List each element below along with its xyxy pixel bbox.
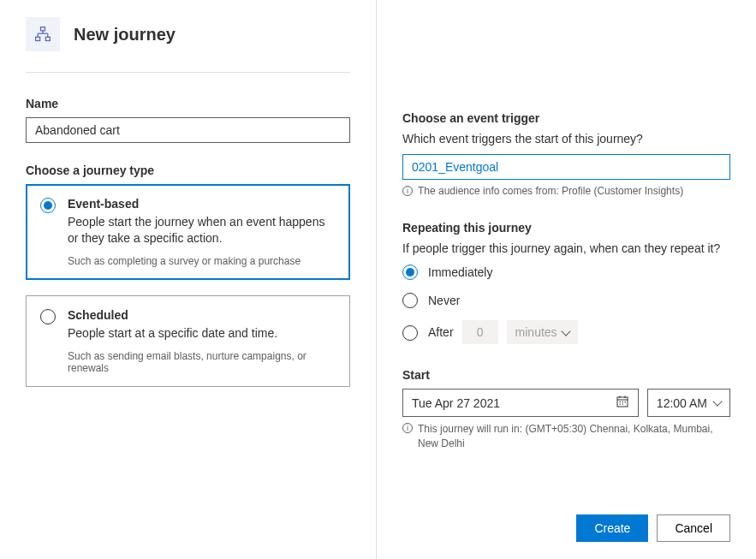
after-row: After minutes (428, 320, 578, 344)
event-based-title: Event-based (68, 197, 336, 211)
trigger-info-text: The audience info comes from: Profile (C… (418, 185, 683, 197)
calendar-icon (616, 395, 629, 411)
radio-icon (40, 309, 56, 324)
right-content: Choose an event trigger Which event trig… (402, 17, 730, 497)
repeat-after-label: After (428, 325, 454, 339)
journey-type-group: Choose a journey type Event-based People… (26, 164, 350, 387)
radio-content: Scheduled People start at a specific dat… (68, 308, 336, 374)
start-date-input[interactable]: Tue Apr 27 2021 (402, 389, 639, 417)
event-based-desc: People start the journey when an event h… (68, 214, 336, 247)
start-row: Tue Apr 27 2021 (402, 389, 730, 417)
journey-type-event-based[interactable]: Event-based People start the journey whe… (26, 184, 350, 280)
chevron-down-icon (561, 326, 570, 336)
svg-rect-2 (45, 37, 50, 40)
start-label: Start (402, 368, 730, 382)
dialog-footer: Create Cancel (402, 497, 730, 542)
svg-rect-1 (36, 37, 40, 40)
radio-content: Event-based People start the journey whe… (68, 197, 336, 267)
chevron-down-icon (712, 396, 722, 406)
name-label: Name (26, 97, 350, 110)
repeat-options: Immediately Never After minutes (402, 264, 730, 344)
trigger-label: Choose an event trigger (402, 111, 730, 125)
start-time-value: 12:00 AM (657, 396, 707, 410)
info-icon: i (402, 186, 413, 196)
repeat-group: Repeating this journey If people trigger… (402, 221, 730, 344)
right-panel: Choose an event trigger Which event trig… (377, 0, 756, 559)
trigger-sublabel: Which event triggers the start of this j… (402, 132, 730, 146)
cancel-button[interactable]: Cancel (657, 514, 730, 542)
scheduled-example: Such as sending email blasts, nurture ca… (68, 350, 336, 374)
repeat-label: Repeating this journey (402, 221, 730, 235)
radio-icon (402, 265, 418, 280)
tz-info-row: i This journey will run in: (GMT+05:30) … (402, 422, 730, 451)
journey-type-scheduled[interactable]: Scheduled People start at a specific dat… (26, 295, 350, 387)
info-icon: i (402, 423, 413, 433)
repeat-after-unit: minutes (515, 325, 557, 339)
dialog-header: New journey (26, 17, 350, 73)
start-group: Start Tue Apr 27 2021 (402, 368, 730, 451)
repeat-never-label: Never (428, 294, 460, 307)
left-panel: New journey Name Choose a journey type E… (0, 0, 377, 559)
repeat-after-unit-select[interactable]: minutes (507, 320, 578, 344)
radio-icon (402, 293, 418, 308)
name-field-group: Name (26, 97, 350, 143)
tz-info-text: This journey will run in: (GMT+05:30) Ch… (418, 422, 730, 451)
repeat-immediately-label: Immediately (428, 265, 492, 279)
repeat-never[interactable]: Never (402, 292, 730, 308)
start-date-value: Tue Apr 27 2021 (412, 396, 500, 410)
trigger-input[interactable] (402, 154, 730, 180)
radio-icon (402, 325, 418, 341)
repeat-sublabel: If people trigger this journey again, wh… (402, 241, 730, 255)
repeat-immediately[interactable]: Immediately (402, 264, 730, 280)
journey-icon (26, 17, 60, 51)
trigger-info-row: i The audience info comes from: Profile … (402, 185, 730, 197)
repeat-after[interactable]: After minutes (402, 320, 730, 344)
journey-type-label: Choose a journey type (26, 164, 350, 177)
event-trigger-group: Choose an event trigger Which event trig… (402, 111, 730, 197)
create-button[interactable]: Create (576, 514, 648, 542)
new-journey-dialog: New journey Name Choose a journey type E… (0, 0, 756, 559)
page-title: New journey (74, 25, 176, 45)
event-based-example: Such as completing a survey or making a … (68, 255, 336, 267)
repeat-after-value[interactable] (462, 320, 498, 344)
scheduled-title: Scheduled (68, 308, 336, 322)
scheduled-desc: People start at a specific date and time… (68, 325, 336, 342)
svg-rect-0 (41, 27, 45, 31)
name-input[interactable] (26, 117, 350, 143)
start-time-input[interactable]: 12:00 AM (647, 389, 730, 417)
radio-icon (40, 198, 56, 213)
